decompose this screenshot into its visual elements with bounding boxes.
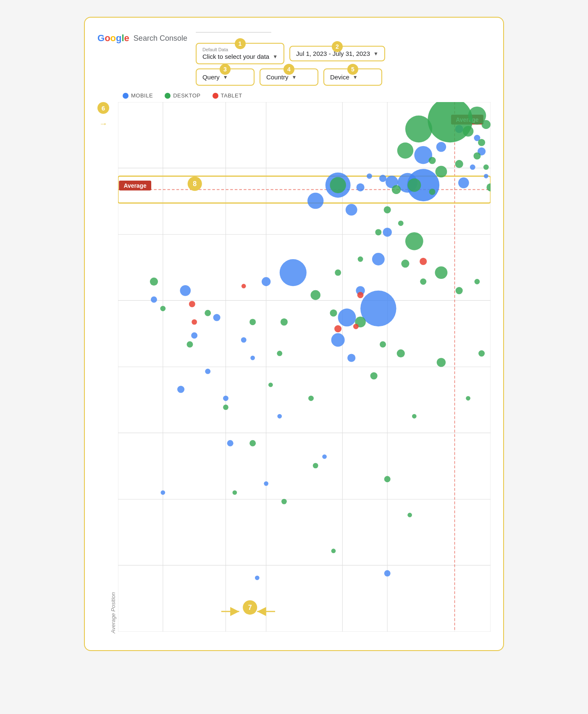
header-row2: 3 Query ▼ 4 Country ▼ 5 Device ▼ — [196, 68, 491, 86]
data-selector-dropdown[interactable]: 1 Default Data Click to select your data… — [196, 43, 284, 64]
svg-point-136 — [331, 549, 336, 553]
chart-legend: MOBILE DESKTOP TABLET — [123, 92, 491, 99]
svg-point-139 — [334, 325, 341, 332]
svg-point-76 — [227, 440, 234, 446]
chart-area: Average Average 1 5 10 15 20 30 40 0% 0.… — [118, 102, 491, 633]
svg-point-55 — [307, 193, 323, 209]
svg-point-129 — [466, 396, 470, 401]
svg-point-130 — [249, 440, 256, 446]
svg-point-122 — [150, 278, 158, 286]
desktop-dot — [165, 93, 171, 99]
query-dropdown[interactable]: 3 Query ▼ — [196, 68, 255, 86]
svg-point-69 — [191, 332, 197, 339]
svg-point-99 — [398, 220, 404, 226]
svg-point-60 — [360, 291, 396, 326]
svg-point-63 — [347, 354, 355, 362]
svg-text:Average: Average — [123, 182, 147, 189]
svg-point-64 — [280, 259, 307, 286]
svg-point-135 — [233, 490, 237, 495]
svg-point-80 — [384, 570, 391, 577]
svg-point-57 — [383, 228, 392, 236]
svg-point-123 — [160, 306, 165, 311]
svg-point-104 — [435, 266, 447, 279]
svg-point-114 — [397, 349, 405, 357]
svg-point-121 — [205, 310, 211, 316]
svg-point-75 — [277, 414, 282, 419]
country-dropdown[interactable]: 4 Country ▼ — [260, 68, 318, 86]
google-logo: Google Search Console — [97, 33, 187, 44]
svg-point-43 — [379, 175, 386, 182]
svg-point-107 — [358, 257, 363, 262]
y-axis-label: Average Position — [110, 102, 116, 633]
svg-point-66 — [180, 285, 191, 296]
svg-point-81 — [255, 575, 260, 580]
dropdown-arrow-icon: ▼ — [291, 74, 297, 80]
svg-point-53 — [458, 178, 469, 189]
svg-point-113 — [380, 341, 386, 348]
dropdown-arrow-icon: ▼ — [273, 54, 278, 60]
svg-point-96 — [392, 185, 401, 194]
header-row1: 1 Default Data Click to select your data… — [196, 43, 491, 64]
dropdown-arrow-icon: ▼ — [353, 74, 358, 80]
svg-point-89 — [429, 157, 436, 164]
svg-point-108 — [335, 270, 341, 276]
svg-point-132 — [384, 476, 391, 482]
legend-desktop: DESKTOP — [165, 92, 200, 99]
svg-point-103 — [420, 278, 426, 285]
svg-point-90 — [436, 166, 447, 178]
svg-point-82 — [428, 102, 472, 142]
svg-point-56 — [346, 204, 357, 216]
data-value: Click to select your data ▼ — [202, 53, 278, 60]
country-label: Country — [266, 74, 289, 81]
badge-4: 4 — [284, 64, 294, 75]
chart-wrapper: 6 → Average Position — [97, 102, 491, 633]
svg-point-65 — [262, 277, 270, 286]
svg-point-106 — [475, 279, 480, 284]
svg-point-115 — [370, 372, 378, 379]
svg-point-137 — [420, 258, 427, 265]
svg-point-127 — [223, 404, 228, 410]
date-range-dropdown[interactable]: 2 Jul 1, 2023 - July 31, 2023 ▼ — [289, 46, 385, 61]
svg-point-47 — [436, 142, 446, 152]
svg-point-105 — [456, 287, 463, 294]
svg-point-143 — [242, 284, 246, 289]
svg-point-140 — [353, 324, 359, 329]
svg-point-120 — [277, 351, 282, 356]
svg-point-73 — [177, 386, 184, 393]
svg-point-138 — [357, 292, 364, 298]
mobile-dot — [123, 93, 129, 99]
badge-1: 1 — [235, 38, 246, 49]
device-dropdown[interactable]: 5 Device ▼ — [323, 68, 382, 86]
svg-point-77 — [322, 454, 327, 459]
svg-point-109 — [330, 177, 346, 193]
svg-point-51 — [470, 165, 475, 170]
svg-point-128 — [412, 414, 417, 419]
svg-point-78 — [264, 481, 268, 486]
badge-6-annot: 6 — [97, 102, 109, 114]
svg-point-62 — [331, 333, 345, 346]
svg-point-102 — [401, 260, 409, 268]
svg-point-117 — [478, 350, 485, 357]
header-controls: 1 Default Data Click to select your data… — [196, 30, 491, 86]
svg-point-119 — [249, 319, 256, 325]
svg-point-92 — [473, 152, 480, 160]
badge-2: 2 — [332, 41, 343, 52]
svg-point-116 — [437, 358, 446, 367]
svg-point-100 — [375, 229, 381, 235]
svg-point-91 — [455, 160, 463, 168]
badge-5: 5 — [347, 64, 358, 75]
legend-mobile: MOBILE — [123, 92, 153, 99]
svg-point-61 — [338, 309, 356, 327]
svg-point-70 — [241, 337, 247, 343]
dropdown-arrow-icon: ▼ — [223, 74, 228, 80]
tablet-dot — [213, 93, 218, 99]
svg-point-133 — [407, 513, 412, 517]
svg-point-52 — [484, 174, 488, 178]
svg-point-110 — [310, 290, 320, 300]
svg-point-85 — [482, 120, 491, 129]
app-subtitle: Search Console — [134, 34, 187, 43]
svg-point-98 — [384, 206, 391, 213]
legend-tablet: TABLET — [213, 92, 242, 99]
svg-point-84 — [463, 126, 474, 137]
svg-point-87 — [405, 116, 432, 142]
